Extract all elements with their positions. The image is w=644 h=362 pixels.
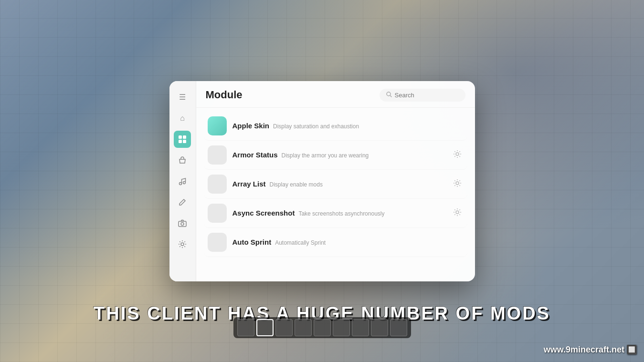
module-info: Auto SprintAutomatically Sprint	[232, 238, 464, 246]
svg-rect-1	[183, 135, 186, 139]
svg-rect-2	[179, 140, 182, 143]
hud-slot-7	[352, 319, 369, 336]
sidebar-icon-camera[interactable]	[174, 215, 191, 232]
sidebar-icon-bag[interactable]	[174, 152, 191, 169]
watermark-icon: 🔲	[626, 344, 637, 355]
hud-slot-3	[275, 319, 293, 336]
svg-point-11	[456, 182, 459, 185]
module-info: Apple SkinDisplay saturation and exhaust…	[232, 122, 464, 130]
watermark-text: www.9minecraft.net	[544, 345, 624, 355]
module-name: Async Screenshot	[232, 209, 295, 217]
module-toggle-4[interactable]	[208, 233, 227, 252]
hud-slot-4	[295, 319, 312, 336]
module-toggle-2[interactable]	[208, 175, 227, 194]
module-item[interactable]: Array ListDisplay enable mods	[204, 170, 467, 199]
modal-header: Module	[196, 81, 475, 108]
svg-point-9	[387, 92, 391, 96]
module-desc: Take screenshots asynchronously	[298, 210, 384, 217]
module-name: Auto Sprint	[232, 238, 272, 246]
main-content: Module Apple SkinDisplay saturation and …	[196, 81, 475, 281]
svg-rect-3	[183, 140, 186, 143]
module-item[interactable]: Auto SprintAutomatically Sprint	[204, 228, 467, 257]
hud-slot-1	[237, 319, 254, 336]
hud-hotbar	[233, 317, 411, 338]
svg-point-8	[181, 243, 184, 246]
module-modal: ☰ ⌂	[169, 81, 475, 281]
module-settings-icon[interactable]	[451, 177, 464, 191]
hud-slot-9	[390, 319, 407, 336]
svg-point-12	[456, 211, 459, 214]
hud-slot-5	[314, 319, 331, 336]
module-settings-icon[interactable]	[451, 206, 464, 220]
sidebar-icon-grid[interactable]	[174, 131, 191, 148]
svg-rect-0	[179, 135, 182, 139]
module-desc: Automatically Sprint	[275, 239, 326, 246]
watermark: www.9minecraft.net 🔲	[544, 344, 637, 355]
module-info: Async ScreenshotTake screenshots asynchr…	[232, 209, 445, 217]
sidebar-icon-home[interactable]: ⌂	[174, 110, 191, 127]
search-box[interactable]	[380, 89, 465, 102]
search-icon	[386, 92, 392, 99]
module-list: Apple SkinDisplay saturation and exhaust…	[196, 108, 475, 281]
svg-rect-6	[179, 221, 186, 227]
module-name: Armor Status	[232, 151, 278, 159]
hud-slot-2	[256, 319, 274, 336]
module-name: Apple Skin	[232, 122, 270, 130]
sidebar-icon-music[interactable]	[174, 173, 191, 190]
module-toggle-0[interactable]	[208, 116, 227, 135]
sidebar-icon-settings[interactable]	[174, 236, 191, 253]
module-item[interactable]: Async ScreenshotTake screenshots asynchr…	[204, 199, 467, 228]
module-item[interactable]: Apple SkinDisplay saturation and exhaust…	[204, 112, 467, 141]
svg-point-10	[456, 153, 459, 155]
sidebar: ☰ ⌂	[169, 81, 196, 281]
sidebar-icon-edit[interactable]	[174, 194, 191, 211]
hud-slot-6	[333, 319, 350, 336]
module-info: Armor StatusDisplay the armor you are we…	[232, 151, 445, 159]
module-desc: Display enable mods	[270, 181, 323, 188]
svg-point-5	[183, 181, 186, 184]
search-input[interactable]	[395, 92, 459, 99]
module-name: Array List	[232, 180, 266, 188]
sidebar-icon-menu[interactable]: ☰	[174, 89, 191, 106]
hud-slot-8	[371, 319, 388, 336]
module-desc: Display saturation and exhaustion	[273, 123, 359, 130]
module-info: Array ListDisplay enable mods	[232, 180, 445, 188]
module-item[interactable]: Armor StatusDisplay the armor you are we…	[204, 141, 467, 170]
svg-point-7	[181, 222, 184, 225]
module-title: Module	[206, 89, 243, 101]
module-settings-icon[interactable]	[451, 148, 464, 162]
module-toggle-3[interactable]	[208, 204, 227, 223]
module-desc: Display the armor you are wearing	[282, 152, 369, 159]
module-toggle-1[interactable]	[208, 145, 227, 165]
